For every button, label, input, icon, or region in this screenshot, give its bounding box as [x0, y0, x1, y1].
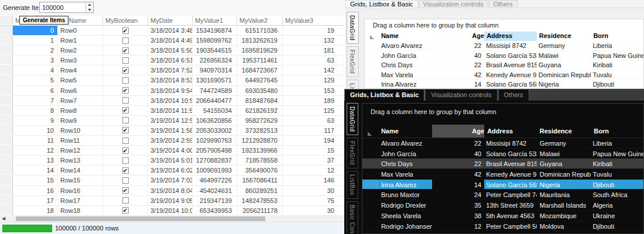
- row-header-cell[interactable]: [365, 60, 379, 70]
- scrollbar-thumb[interactable]: [16, 216, 265, 221]
- checkbox[interactable]: [122, 77, 129, 84]
- checkbox[interactable]: [122, 57, 129, 64]
- table-row[interactable]: 11Row113/19/2014 2:59 AM1029990763121292…: [0, 136, 344, 146]
- checkbox[interactable]: [122, 177, 129, 184]
- table-row[interactable]: 1Row13/18/2014 4:49 PM159809976218132626…: [0, 36, 344, 46]
- row-header-cell[interactable]: [0, 86, 13, 95]
- generate-items-input[interactable]: [40, 2, 85, 12]
- tab-others[interactable]: Others: [489, 0, 518, 8]
- side-tab-basic-controls[interactable]: Basic Controls: [347, 201, 358, 234]
- column-header-myvalue2[interactable]: MyValue2: [237, 16, 283, 25]
- column-header-myboolean[interactable]: MyBoolean: [103, 16, 148, 25]
- column-header-address[interactable]: Address: [484, 32, 537, 41]
- spin-up-button[interactable]: [86, 2, 93, 8]
- column-header-myvalue1[interactable]: MyValue1: [193, 16, 237, 25]
- side-tab-listbox[interactable]: ListBox: [347, 171, 358, 199]
- table-row[interactable]: 17Row173/19/2014 9:05 AM2193471391482478…: [0, 196, 344, 206]
- column-header-born[interactable]: Born: [591, 32, 643, 41]
- horizontal-scrollbar[interactable]: ◀: [0, 216, 344, 222]
- row-header-cell[interactable]: [0, 206, 13, 215]
- checkbox[interactable]: ✔: [122, 107, 129, 113]
- table-row[interactable]: 12Row12✔3/19/2014 4:00 AM205790549819231…: [0, 146, 344, 156]
- tab-grids-listbox-basic[interactable]: Grids, Listbox & Basic: [345, 0, 418, 8]
- row-header-cell[interactable]: [362, 200, 378, 210]
- row-header-cell[interactable]: [0, 26, 13, 35]
- row-header-cell[interactable]: [0, 56, 13, 65]
- table-row[interactable]: 18Row18✔3/19/2014 10:06 AM65343995320562…: [0, 206, 344, 216]
- column-header-address[interactable]: Address: [484, 125, 537, 137]
- column-header-myvalue3[interactable]: MyValue3: [283, 16, 344, 25]
- table-row[interactable]: Alvaro Alvarez22Missisipi 8742GermanyLib…: [365, 41, 643, 51]
- checkbox[interactable]: ✔: [122, 127, 129, 133]
- table-row[interactable]: 6Row6✔3/18/2014 9:54 PM74472458969303548…: [0, 86, 344, 96]
- row-header-cell[interactable]: [0, 75, 13, 85]
- row-header-cell[interactable]: [0, 146, 13, 155]
- row-header-cell[interactable]: [0, 136, 13, 145]
- table-row[interactable]: 4Row4✔3/18/2014 7:52 PM94097031416847236…: [0, 66, 344, 75]
- tab-others[interactable]: Others: [498, 89, 529, 101]
- checkbox[interactable]: [122, 137, 129, 144]
- row-header-cell[interactable]: [0, 116, 13, 125]
- table-row[interactable]: 2Row2✔3/18/2014 5:50 PM19035445151695819…: [0, 46, 344, 56]
- table-row[interactable]: 5Row53/18/2014 8:53 PM130169057164492764…: [0, 75, 344, 85]
- checkbox[interactable]: [122, 157, 129, 164]
- checkbox[interactable]: [122, 117, 129, 123]
- tab-visualization-controls[interactable]: Visualization controls: [419, 0, 488, 8]
- row-header-cell[interactable]: [362, 138, 378, 148]
- checkbox[interactable]: [122, 97, 129, 104]
- row-header-cell[interactable]: [365, 70, 379, 80]
- tab-grids-listbox-basic[interactable]: Grids, Listbox & Basic: [344, 89, 424, 101]
- spin-down-button[interactable]: [86, 8, 93, 13]
- table-row[interactable]: 13Row133/19/2014 5:01 AM1270882837718578…: [0, 156, 344, 166]
- table-row[interactable]: Irina Alvarez14Solano García 5682Nigeria…: [365, 80, 643, 89]
- generate-items-spinner[interactable]: [39, 2, 94, 13]
- table-row[interactable]: Leonard Johnsen45Missisipi 6826Kazakhsta…: [362, 231, 643, 233]
- table-row[interactable]: Chris Days22Brasil Avenue 8155GuyanaKiri…: [365, 60, 643, 70]
- table-row[interactable]: 8Row8✔3/18/2014 11:56 PM5415503462182619…: [0, 106, 344, 116]
- side-tab-flexgrid[interactable]: FlexGrid: [347, 46, 359, 77]
- row-header-cell[interactable]: [0, 196, 13, 205]
- column-header-born[interactable]: Born: [591, 125, 643, 137]
- side-tab-listbox[interactable]: ListBox: [347, 80, 359, 89]
- tab-visualization-controls[interactable]: Visualization controls: [425, 89, 497, 101]
- column-header-residence[interactable]: Residence: [537, 125, 591, 137]
- row-header-cell[interactable]: [365, 41, 379, 50]
- table-row[interactable]: Rodrigo Drexler3513th Street 3659Marshal…: [362, 200, 643, 211]
- table-row[interactable]: 7Row73/18/2014 10:55 PM20664404778184876…: [0, 96, 344, 106]
- table-row[interactable]: 14Row14✔3/19/2014 6:02 AM100909199335649…: [0, 166, 344, 176]
- row-header-cell[interactable]: [365, 80, 379, 89]
- table-row[interactable]: John García40Solano García 5334MalawiPap…: [365, 51, 643, 61]
- row-header-cell[interactable]: [0, 166, 13, 175]
- checkbox[interactable]: ✔: [122, 87, 129, 94]
- table-row[interactable]: Bruno Maxtor24Peter Campbell 7490Maurita…: [362, 190, 643, 200]
- row-header-cell[interactable]: [0, 96, 13, 105]
- table-row[interactable]: Chris Days22Brasil Avenue 8155GuyanaKiri…: [362, 159, 643, 169]
- row-header-cell[interactable]: [0, 176, 13, 185]
- row-header-cell[interactable]: [362, 231, 378, 233]
- row-header-cell[interactable]: [362, 159, 378, 168]
- row-header-cell[interactable]: [362, 211, 378, 221]
- column-header-age[interactable]: Age: [432, 32, 485, 41]
- checkbox[interactable]: ✔: [122, 27, 129, 34]
- row-header-cell[interactable]: [362, 221, 378, 231]
- table-row[interactable]: Max Varela42Kenedy Avenue 9852Dominican …: [362, 169, 643, 180]
- table-row[interactable]: 9Row93/19/2014 12:57 AM10636208569582726…: [0, 116, 344, 126]
- row-header-cell[interactable]: [362, 169, 378, 179]
- row-header-cell[interactable]: [362, 190, 378, 199]
- row-header-cell[interactable]: [0, 126, 13, 135]
- table-row[interactable]: 0Row0✔3/18/2014 3:48 PM15341968746151710…: [0, 26, 344, 36]
- row-header-cell[interactable]: [0, 186, 13, 195]
- checkbox[interactable]: ✔: [122, 167, 129, 174]
- checkbox[interactable]: [122, 37, 129, 44]
- table-row[interactable]: 16Row16✔3/19/2014 8:04 AM454024631860289…: [0, 186, 344, 196]
- row-header-cell[interactable]: [0, 66, 13, 75]
- column-header-name[interactable]: Name: [378, 125, 432, 137]
- column-header-name[interactable]: Name: [379, 32, 432, 41]
- table-row[interactable]: Max Varela42Kenedy Avenue 9852Dominican …: [365, 70, 643, 80]
- column-header-residence[interactable]: Residence: [537, 32, 591, 41]
- checkbox[interactable]: [122, 197, 129, 204]
- row-header-cell[interactable]: [0, 46, 13, 55]
- row-header-cell[interactable]: [0, 36, 13, 45]
- table-row[interactable]: John García40Solano García 5334MalawiPap…: [362, 149, 643, 159]
- column-header-mydate[interactable]: MyDate: [148, 16, 193, 25]
